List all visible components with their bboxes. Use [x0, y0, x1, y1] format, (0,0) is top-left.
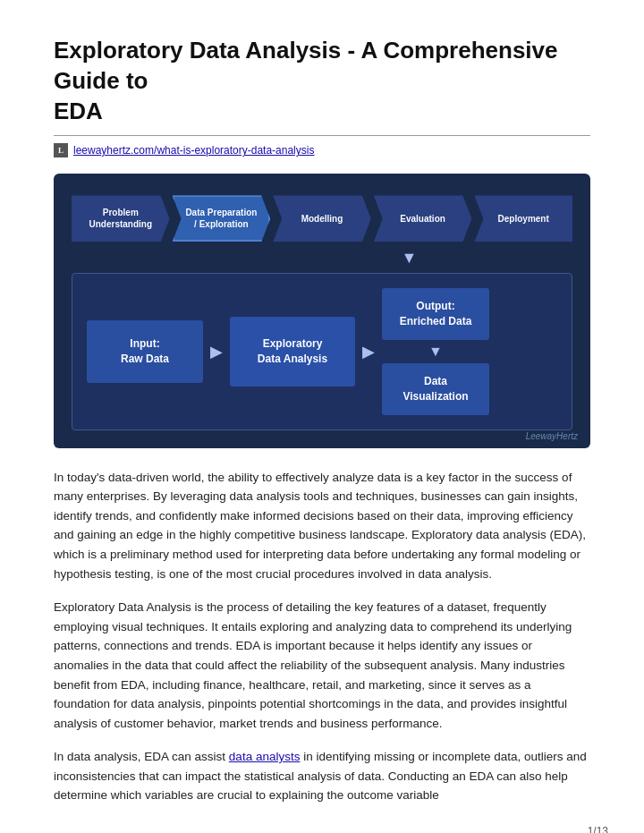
arrow-to-eda: ▶ [203, 342, 230, 361]
pipeline-step-1: Data Preparation/ Exploration [173, 195, 271, 242]
watermark: LeewayHertz [526, 431, 578, 441]
diagram-container: ProblemUnderstanding Data Preparation/ E… [54, 174, 590, 447]
arrow-down-viz: ▼ [428, 340, 443, 363]
input-box: Input:Raw Data [87, 320, 203, 383]
pipeline-step-2: Modelling [273, 195, 371, 242]
source-link[interactable]: leewayhertz.com/what-is-exploratory-data… [73, 144, 314, 157]
pipeline-step-0: ProblemUnderstanding [72, 195, 170, 242]
paragraph-1: In today's data-driven world, the abilit… [54, 468, 590, 584]
pipeline-step-4: Deployment [474, 195, 572, 242]
title-divider [54, 135, 590, 136]
page-number: 1/13 [588, 825, 608, 833]
output-column: Output:Enriched Data ▼ DataVisualization [382, 288, 489, 414]
eda-box: ExploratoryData Analysis [230, 317, 355, 387]
page-title: Exploratory Data Analysis - A Comprehens… [54, 36, 590, 126]
pipeline-row: ProblemUnderstanding Data Preparation/ E… [72, 195, 572, 242]
source-favicon: L [54, 143, 68, 157]
source-bar: L leewayhertz.com/what-is-exploratory-da… [54, 143, 590, 157]
pipeline-step-3: Evaluation [374, 195, 472, 242]
output-viz-box: DataVisualization [382, 363, 489, 415]
down-arrow: ▼ [246, 249, 572, 268]
inner-row: Input:Raw Data ▶ ExploratoryData Analysi… [87, 288, 557, 414]
paragraph-3: In data analysis, EDA can assist data an… [54, 747, 590, 805]
data-analysts-link[interactable]: data analysts [229, 750, 301, 763]
arrow-to-output: ▶ [355, 342, 382, 361]
output-enriched-box: Output:Enriched Data [382, 288, 489, 340]
paragraph-2: Exploratory Data Analysis is the process… [54, 598, 590, 733]
inner-diagram: Input:Raw Data ▶ ExploratoryData Analysi… [72, 273, 572, 429]
